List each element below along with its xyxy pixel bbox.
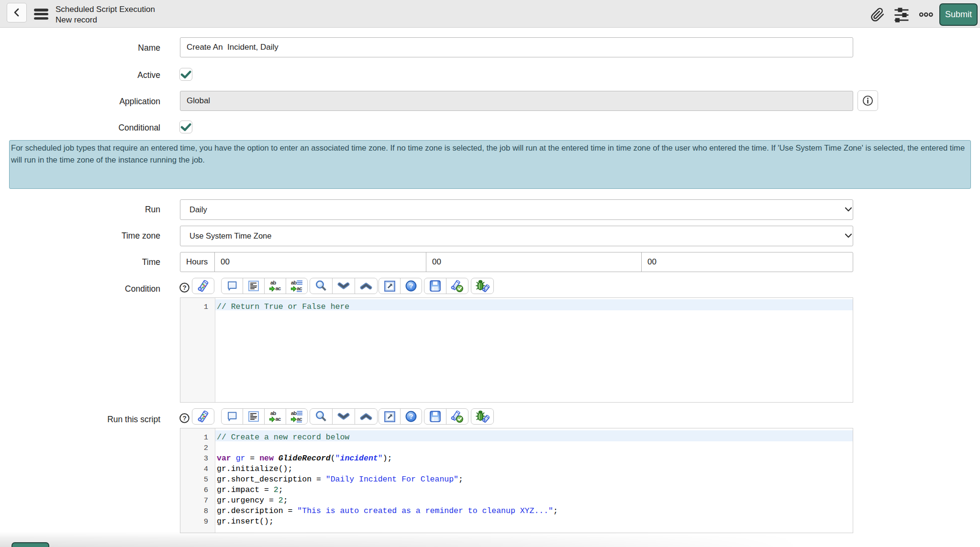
svg-text:ac: ac	[276, 285, 281, 291]
svg-text:ab: ab	[291, 280, 297, 285]
svg-text:ab: ab	[270, 410, 276, 416]
svg-text:?: ?	[182, 284, 186, 291]
svg-text:?: ?	[182, 415, 186, 422]
svg-text:ac: ac	[276, 416, 281, 422]
svg-text:?: ?	[409, 412, 413, 420]
svg-text:ac: ac	[297, 285, 302, 291]
svg-text:ab: ab	[291, 410, 297, 416]
svg-text:ab: ab	[270, 280, 276, 285]
svg-text:?: ?	[409, 282, 413, 290]
svg-text:ac: ac	[297, 416, 302, 422]
